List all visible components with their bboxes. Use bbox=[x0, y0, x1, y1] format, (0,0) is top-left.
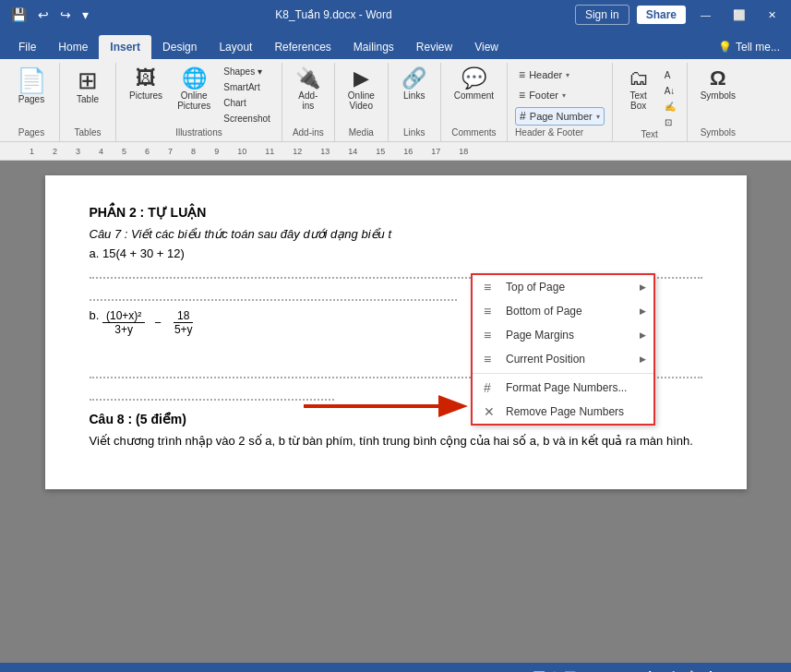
signature-button[interactable]: ✍ bbox=[661, 100, 679, 114]
ribbon-group-pages: 📄 Pages Pages bbox=[4, 63, 60, 141]
table-button[interactable]: ⊞ Table bbox=[67, 65, 108, 108]
current-position-item[interactable]: ≡ Current Position bbox=[473, 347, 653, 371]
tab-view[interactable]: View bbox=[463, 35, 509, 59]
bottom-of-page-item[interactable]: ≡ Bottom of Page bbox=[473, 299, 653, 323]
top-of-page-label: Top of Page bbox=[506, 281, 565, 294]
fraction-1: (10+x)² 3+y bbox=[102, 309, 145, 336]
tab-layout[interactable]: Layout bbox=[208, 35, 263, 59]
table-icon: ⊞ bbox=[78, 68, 98, 92]
q7-text: Câu 7 : Viết các biểu thức toán sau đây … bbox=[90, 227, 392, 241]
links-button[interactable]: 🔗 Links bbox=[396, 65, 433, 104]
footer-label: Footer bbox=[529, 90, 558, 101]
footer-button[interactable]: ≡ Footer ▾ bbox=[515, 87, 605, 103]
tell-me-area[interactable]: 💡 Tell me... bbox=[707, 35, 791, 59]
ruler-marks: 1 2 3 4 5 6 7 8 9 10 11 12 13 14 15 16 1… bbox=[30, 147, 784, 156]
ribbon-group-headerfooter: ≡ Header ▾ ≡ Footer ▾ # Page Number ▾ He… bbox=[508, 63, 613, 141]
page-margins-item[interactable]: ≡ Page Margins bbox=[473, 323, 653, 347]
online-video-label: OnlineVideo bbox=[348, 90, 375, 111]
fraction-2-den: 5+y bbox=[171, 323, 197, 336]
close-button[interactable]: ✕ bbox=[761, 7, 784, 23]
pictures-icon: 🖼 bbox=[136, 68, 156, 89]
shapes-button[interactable]: Shapes ▾ bbox=[220, 65, 274, 78]
doc-dotted-line-2 bbox=[90, 286, 457, 301]
pictures-button[interactable]: 🖼 Pictures bbox=[124, 65, 168, 104]
pictures-label: Pictures bbox=[129, 90, 162, 101]
tab-mailings[interactable]: Mailings bbox=[342, 35, 405, 59]
lightbulb-icon: 💡 bbox=[718, 41, 732, 54]
ribbon-tabs: File Home Insert Design Layout Reference… bbox=[0, 30, 791, 59]
redo-icon[interactable]: ↪ bbox=[56, 6, 75, 24]
dropcap-button[interactable]: A↓ bbox=[661, 84, 679, 98]
links-label: Links bbox=[403, 90, 425, 101]
signin-button[interactable]: Sign in bbox=[575, 5, 629, 25]
links-items: 🔗 Links bbox=[396, 65, 433, 127]
comment-button[interactable]: 💬 Comment bbox=[449, 65, 499, 104]
symbols-label: Symbols bbox=[701, 90, 736, 101]
comments-items: 💬 Comment bbox=[449, 65, 499, 127]
tab-file[interactable]: File bbox=[7, 35, 47, 59]
document-title: K8_Tuần 9.docx - Word bbox=[92, 8, 575, 21]
links-group-label: Links bbox=[403, 127, 425, 139]
pages-label: Pages bbox=[18, 94, 44, 104]
wordart-button[interactable]: A bbox=[661, 68, 679, 82]
customize-icon[interactable]: ▾ bbox=[78, 6, 92, 24]
quick-access-toolbar: 💾 ↩ ↪ ▾ bbox=[7, 6, 92, 24]
online-video-icon: ▶ bbox=[354, 68, 369, 89]
tab-home[interactable]: Home bbox=[47, 35, 99, 59]
addins-group-label: Add-ins bbox=[293, 127, 324, 139]
fraction-1-num: (10+x)² bbox=[102, 309, 145, 323]
remove-page-numbers-item[interactable]: ✕ Remove Page Numbers bbox=[473, 400, 653, 424]
tables-items: ⊞ Table bbox=[67, 65, 108, 127]
page-margins-label: Page Margins bbox=[506, 329, 574, 342]
top-of-page-item[interactable]: ≡ Top of Page bbox=[473, 275, 653, 299]
page-number-icon: # bbox=[520, 110, 526, 123]
math-expression: (10+x)² 3+y − 18 5+y bbox=[102, 309, 197, 336]
minimize-button[interactable]: — bbox=[693, 7, 718, 22]
document-area: PHẦN 2 : TỰ LUẬN Câu 7 : Viết các biểu t… bbox=[0, 161, 791, 663]
ribbon-group-media: ▶ OnlineVideo Media bbox=[335, 63, 389, 141]
textbox-button[interactable]: 🗂 TextBox bbox=[620, 65, 657, 114]
footer-icon: ≡ bbox=[519, 89, 525, 102]
illustrations-items: 🖼 Pictures 🌐 OnlinePictures Shapes ▾ Sma… bbox=[124, 65, 274, 127]
restore-button[interactable]: ⬜ bbox=[725, 7, 753, 23]
object-button[interactable]: ⊡ bbox=[661, 115, 679, 129]
format-page-numbers-item[interactable]: # Format Page Numbers... bbox=[473, 376, 653, 400]
fraction-2-num: 18 bbox=[174, 309, 193, 323]
chart-button[interactable]: Chart bbox=[220, 96, 274, 110]
links-icon: 🔗 bbox=[401, 68, 426, 89]
remove-page-numbers-label: Remove Page Numbers bbox=[506, 405, 624, 418]
ribbon-group-symbols: Ω Symbols Symbols bbox=[688, 63, 749, 141]
undo-icon[interactable]: ↩ bbox=[34, 6, 53, 24]
bottom-of-page-label: Bottom of Page bbox=[506, 305, 582, 318]
page-number-button[interactable]: # Page Number ▾ bbox=[515, 107, 605, 126]
screenshot-button[interactable]: Screenshot bbox=[220, 112, 274, 126]
addins-button[interactable]: 🔌 Add-ins bbox=[290, 65, 327, 114]
ribbon-group-tables: ⊞ Table Tables bbox=[60, 63, 116, 141]
online-video-button[interactable]: ▶ OnlineVideo bbox=[342, 65, 380, 114]
current-position-label: Current Position bbox=[506, 353, 585, 366]
tab-review[interactable]: Review bbox=[405, 35, 463, 59]
title-bar-left: 💾 ↩ ↪ ▾ bbox=[7, 6, 92, 24]
header-label: Header bbox=[529, 69, 562, 80]
textbox-label: TextBox bbox=[630, 90, 647, 111]
save-icon[interactable]: 💾 bbox=[7, 6, 30, 24]
text-small-btns: A A↓ ✍ ⊡ bbox=[661, 65, 679, 129]
current-position-icon: ≡ bbox=[484, 352, 498, 366]
tell-me-label: Tell me... bbox=[736, 41, 780, 54]
share-button[interactable]: Share bbox=[637, 6, 686, 24]
pages-button[interactable]: 📄 Pages bbox=[11, 65, 52, 108]
tab-references[interactable]: References bbox=[263, 35, 342, 59]
smartart-button[interactable]: SmartArt bbox=[220, 80, 274, 94]
filename-label: K8_Tuần 9.docx - Word bbox=[275, 8, 391, 21]
tab-insert[interactable]: Insert bbox=[99, 35, 151, 59]
tab-design[interactable]: Design bbox=[151, 35, 208, 59]
minus-sign: − bbox=[154, 316, 162, 330]
header-button[interactable]: ≡ Header ▾ bbox=[515, 66, 605, 83]
page-number-dropdown: ≡ Top of Page ≡ Bottom of Page ≡ Page Ma… bbox=[471, 273, 655, 426]
format-page-numbers-icon: # bbox=[484, 380, 498, 395]
symbols-button[interactable]: Ω Symbols bbox=[695, 65, 741, 104]
doc-q7a: a. 15(4 + 30 + 12) bbox=[90, 246, 702, 260]
online-pictures-button[interactable]: 🌐 OnlinePictures bbox=[172, 65, 216, 114]
doc-dotted-line-4 bbox=[90, 386, 335, 401]
doc-heading: PHẦN 2 : TỰ LUẬN bbox=[90, 205, 702, 220]
